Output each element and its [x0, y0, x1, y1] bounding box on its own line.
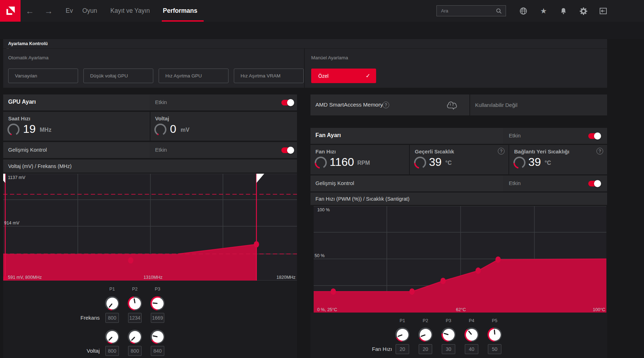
fan-knob-p2[interactable] [418, 327, 433, 342]
gpu-tuning-status: Etkin [155, 99, 167, 105]
svg-text:1137 mV: 1137 mV [8, 175, 26, 180]
settings-gear-icon[interactable] [578, 6, 588, 16]
gpu-curve-editor: P1 P2 P3 Frekans 800 1234 1669 Voltaj 80… [3, 281, 297, 358]
fan-curve-editor: P1 P2 P3 P4 P5 Fan Hızı 20 20 30 40 50 [310, 313, 607, 358]
check-icon: ✓ [366, 72, 370, 79]
radeon-software-window: ← → Ev Oyun Kayıt ve Yayın Performans Ar… [0, 0, 644, 358]
notifications-bell-icon[interactable] [558, 6, 568, 16]
fan-speed-label: Fan Hızı [315, 148, 336, 154]
volt-input-p1[interactable]: 800 [105, 346, 119, 356]
nav-item-record-stream[interactable]: Kayıt ve Yayın [110, 0, 150, 22]
forward-arrow-icon[interactable]: → [44, 0, 53, 22]
junction-temp-label: Bağlantı Yeri Sıcaklığı [514, 148, 569, 154]
fan-input-p1[interactable]: 20 [396, 344, 409, 354]
globe-icon[interactable] [518, 6, 528, 16]
freq-input-p1[interactable]: 800 [105, 313, 119, 323]
search-input[interactable]: Ara [436, 5, 506, 16]
fan-curve-chart-title: Fan Hızı (PWM (%)) / Sıcaklık (Santigrat… [310, 192, 607, 205]
search-icon [496, 8, 502, 14]
svg-text:591 mV, 800MHz: 591 mV, 800MHz [8, 275, 42, 280]
gpu-advanced-status: Etkin [155, 147, 167, 153]
performance-sub-navigation: Ölçümler Ayarlanıyor Danışmanlar Stres T… [0, 22, 644, 39]
gpu-tuning-toggle[interactable] [281, 100, 293, 105]
gpu-clock-gauge-icon [7, 124, 20, 136]
fan-input-p4[interactable]: 40 [465, 344, 478, 354]
junction-temp-help-icon[interactable]: ? [596, 148, 603, 154]
dock-panel-icon[interactable] [598, 6, 608, 16]
gpu-clock-value: 19 [23, 123, 36, 136]
current-temp-gauge-icon [414, 157, 426, 169]
fan-advanced-row: Gelişmiş Kontrol Etkin [310, 175, 607, 191]
fan-speed-value: 1160 [330, 156, 354, 169]
freq-knob-p1[interactable] [105, 296, 119, 310]
preset-custom-button[interactable]: Özel ✓ [311, 69, 376, 83]
volt-input-p2[interactable]: 800 [128, 346, 142, 356]
freq-input-p3[interactable]: 1669 [151, 313, 164, 323]
fan-curve-chart[interactable]: 100 %50 %0 %, 25°C62°C100°C [314, 206, 606, 313]
voltage-row-label: Voltaj [60, 348, 100, 354]
gpu-tuning-header-row: GPU Ayarı Etkin [3, 94, 297, 110]
point-label: P5 [488, 318, 502, 323]
preset-overclock-vram-button[interactable]: Hız Aşırtma VRAM [234, 69, 304, 83]
svg-text:914 mV: 914 mV [4, 221, 20, 226]
sam-title: AMD SmartAccess Memory [315, 102, 383, 108]
freq-input-p2[interactable]: 1234 [128, 313, 142, 323]
fan-speed-row-label: Fan Hızı [353, 346, 392, 352]
junction-temp-gauge-icon [513, 157, 525, 169]
point-label: P3 [441, 318, 456, 323]
point-label: P3 [150, 287, 165, 292]
fan-advanced-toggle[interactable] [588, 181, 600, 186]
search-placeholder: Ara [441, 8, 496, 13]
fan-knob-p1[interactable] [395, 327, 409, 342]
amd-logo[interactable] [0, 0, 21, 22]
point-label: P1 [105, 287, 119, 292]
svg-text:0 %, 25°C: 0 %, 25°C [317, 307, 337, 312]
gpu-advanced-toggle[interactable] [281, 147, 293, 153]
sam-help-icon[interactable]: ? [382, 102, 389, 108]
fan-advanced-label: Gelişmiş Kontrol [315, 180, 354, 186]
gpu-metrics-row: Saat Hızı 19 MHz Voltaj 0 mV [3, 112, 297, 141]
volt-knob-p3[interactable] [150, 330, 165, 344]
current-temp-value: 39 [429, 156, 442, 169]
amd-arrow-icon [4, 5, 17, 17]
current-temp-unit: °C [445, 160, 452, 166]
frequency-row-label: Frekans [60, 315, 100, 321]
point-label: P2 [128, 287, 142, 292]
gpu-clock-unit: MHz [40, 127, 51, 133]
fan-speed-unit: RPM [357, 160, 370, 166]
custom-button-label: Özel [318, 73, 329, 79]
voltage-frequency-chart-title: Voltaj (mV) / Frekans (MHz) [3, 159, 297, 173]
junction-temp-value: 39 [528, 156, 541, 169]
favorites-star-icon[interactable]: ★ [539, 6, 549, 16]
point-label: P2 [418, 318, 433, 323]
fan-input-p5[interactable]: 50 [488, 344, 501, 354]
point-label: P4 [464, 318, 479, 323]
current-temp-help-icon[interactable]: ? [498, 148, 505, 154]
gpu-advanced-row: Gelişmiş Kontrol Etkin [3, 142, 297, 158]
nav-item-performance[interactable]: Performans [163, 0, 197, 22]
manual-tuning-label: Manüel Ayarlama [311, 55, 348, 60]
fan-speed-gauge-icon [315, 157, 327, 169]
svg-text:1820MHz: 1820MHz [276, 275, 296, 280]
fan-knob-p3[interactable] [441, 327, 456, 342]
fan-advanced-status: Etkin [509, 180, 521, 186]
point-label: P1 [395, 318, 409, 323]
volt-knob-p2[interactable] [128, 330, 142, 344]
voltage-frequency-curve-chart[interactable]: 1137 mV914 mV591 mV, 800MHz1310MHz1820MH… [3, 174, 297, 281]
fan-input-p2[interactable]: 20 [419, 344, 432, 354]
back-arrow-icon[interactable]: ← [26, 0, 34, 22]
fan-input-p3[interactable]: 30 [442, 344, 455, 354]
volt-input-p3[interactable]: 840 [151, 346, 164, 356]
preset-default-button[interactable]: Varsayılan [8, 69, 78, 83]
nav-item-gaming[interactable]: Oyun [82, 0, 97, 22]
fan-tuning-toggle[interactable] [588, 133, 600, 139]
fan-knob-p5[interactable] [488, 327, 502, 342]
freq-knob-p2[interactable] [128, 296, 142, 310]
volt-knob-p1[interactable] [105, 330, 119, 344]
preset-overclock-gpu-button[interactable]: Hız Aşırtma GPU [159, 69, 229, 83]
nav-item-home[interactable]: Ev [66, 0, 73, 22]
fan-knob-p4[interactable] [464, 327, 479, 342]
freq-knob-p3[interactable] [150, 296, 165, 310]
fan-tuning-status: Etkin [509, 132, 521, 139]
preset-undervolt-gpu-button[interactable]: Düşük voltaj GPU [83, 69, 153, 83]
